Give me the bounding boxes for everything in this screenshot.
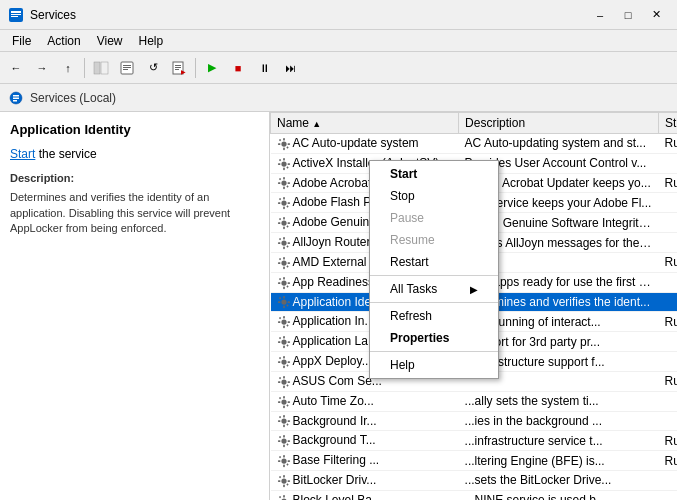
service-icon <box>277 335 291 349</box>
close-button[interactable]: ✕ <box>643 5 669 25</box>
service-icon <box>277 454 291 468</box>
context-menu-item-stop[interactable]: Stop <box>370 185 498 207</box>
svg-rect-45 <box>278 198 280 200</box>
context-menu-item-restart[interactable]: Restart <box>370 251 498 273</box>
col-description[interactable]: Description <box>459 113 659 134</box>
refresh-btn[interactable]: ↺ <box>141 56 165 80</box>
svg-rect-101 <box>278 357 280 359</box>
svg-rect-17 <box>13 97 19 99</box>
svg-rect-150 <box>278 496 280 498</box>
menu-file[interactable]: File <box>4 32 39 50</box>
svg-rect-60 <box>286 245 288 247</box>
svg-rect-58 <box>287 242 290 244</box>
svg-point-110 <box>281 399 286 404</box>
properties-btn[interactable] <box>115 56 139 80</box>
up-button[interactable]: ↑ <box>56 56 80 80</box>
forward-button[interactable]: → <box>30 56 54 80</box>
minimize-button[interactable]: – <box>587 5 613 25</box>
show-hide-btn[interactable] <box>89 56 113 80</box>
svg-rect-113 <box>277 401 280 403</box>
svg-rect-25 <box>286 146 288 148</box>
svg-rect-30 <box>287 163 290 165</box>
maximize-button[interactable]: □ <box>615 5 641 25</box>
svg-rect-79 <box>287 302 290 304</box>
context-menu-item-all-tasks[interactable]: All Tasks▶ <box>370 278 498 300</box>
context-menu-item-properties[interactable]: Properties <box>370 327 498 349</box>
svg-rect-12 <box>175 67 181 68</box>
col-status[interactable]: Status <box>659 113 677 134</box>
cell-status: Running <box>659 173 677 193</box>
play-button[interactable]: ▶ <box>200 56 224 80</box>
svg-rect-20 <box>283 138 285 141</box>
svg-rect-62 <box>283 257 285 260</box>
table-row[interactable]: BitLocker Driv......sets the BitLocker D… <box>271 471 678 491</box>
context-menu-item-start[interactable]: Start <box>370 163 498 185</box>
cell-status <box>659 292 677 312</box>
svg-rect-2 <box>11 14 21 15</box>
menu-view[interactable]: View <box>89 32 131 50</box>
svg-rect-144 <box>286 483 288 485</box>
cell-status: Running <box>659 371 677 391</box>
cell-status <box>659 272 677 292</box>
table-row[interactable]: Base Filtering ......ltering Engine (BFE… <box>271 451 678 471</box>
svg-point-19 <box>281 141 286 146</box>
svg-rect-112 <box>283 405 285 408</box>
cell-description: ...ally sets the system ti... <box>459 391 659 411</box>
start-service-link[interactable]: Start <box>10 147 35 161</box>
svg-rect-3 <box>11 16 18 17</box>
svg-rect-129 <box>278 436 280 438</box>
context-menu-item-help[interactable]: Help <box>370 354 498 376</box>
svg-rect-114 <box>287 401 290 403</box>
table-row[interactable]: Background T......infrastructure service… <box>271 431 678 451</box>
table-row[interactable]: Auto Time Zo......ally sets the system t… <box>271 391 678 411</box>
cell-name: Auto Time Zo... <box>271 391 459 411</box>
svg-rect-37 <box>287 183 290 185</box>
description-title: Description: <box>10 171 259 186</box>
menu-item-label: Refresh <box>390 309 432 323</box>
service-icon <box>277 157 291 171</box>
svg-rect-77 <box>283 306 285 309</box>
svg-point-96 <box>281 359 286 364</box>
svg-rect-83 <box>283 316 285 319</box>
menu-action[interactable]: Action <box>39 32 88 50</box>
svg-text:▶: ▶ <box>181 69 186 75</box>
services-icon <box>8 90 24 106</box>
svg-rect-136 <box>278 456 280 458</box>
context-menu-item-resume: Resume <box>370 229 498 251</box>
svg-rect-34 <box>283 177 285 180</box>
menu-item-label: Pause <box>390 211 424 225</box>
menu-help[interactable]: Help <box>131 32 172 50</box>
cell-description: ...sets the BitLocker Drive... <box>459 471 659 491</box>
context-menu-item-refresh[interactable]: Refresh <box>370 305 498 327</box>
svg-point-117 <box>281 419 286 424</box>
table-row[interactable]: AC Auto-update systemAC Auto-updating sy… <box>271 134 678 154</box>
menu-separator <box>370 302 498 303</box>
back-button[interactable]: ← <box>4 56 28 80</box>
window-title: Services <box>30 8 587 22</box>
stop-button[interactable]: ■ <box>226 56 250 80</box>
menu-bar: File Action View Help <box>0 30 677 52</box>
svg-rect-64 <box>277 262 280 264</box>
svg-rect-141 <box>277 480 280 482</box>
left-panel: Application Identity Start the service D… <box>0 112 270 500</box>
svg-rect-51 <box>287 222 290 224</box>
pause-button[interactable]: ⏸ <box>252 56 276 80</box>
link-suffix: the service <box>35 147 96 161</box>
table-row[interactable]: Block Level Ba......NINE service is used… <box>271 490 678 500</box>
svg-rect-111 <box>283 395 285 398</box>
svg-rect-28 <box>283 167 285 170</box>
svg-rect-122 <box>278 416 280 418</box>
resume-button[interactable]: ⏭ <box>278 56 302 80</box>
cell-description: ...ies in the background ... <box>459 411 659 431</box>
svg-rect-116 <box>286 404 288 406</box>
table-row[interactable]: Background Ir......ies in the background… <box>271 411 678 431</box>
svg-rect-27 <box>283 158 285 161</box>
app-icon <box>8 7 24 23</box>
svg-rect-70 <box>283 286 285 289</box>
col-name[interactable]: Name ▲ <box>271 113 459 134</box>
cell-status <box>659 352 677 372</box>
svg-rect-125 <box>283 435 285 438</box>
panel-description: Description: Determines and verifies the… <box>10 171 259 237</box>
svg-rect-97 <box>283 356 285 359</box>
export-btn[interactable]: ▶ <box>167 56 191 80</box>
